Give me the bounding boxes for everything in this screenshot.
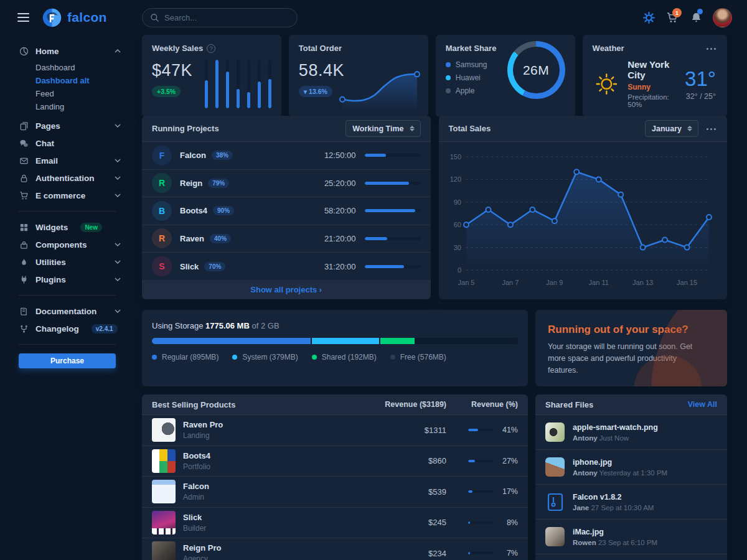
show-all-projects-link[interactable]: Show all projects › bbox=[142, 280, 431, 299]
topbar-actions: 1 bbox=[642, 8, 747, 27]
cart-badge: 1 bbox=[672, 8, 682, 17]
file-name[interactable]: iMac.jpg bbox=[573, 528, 657, 536]
weather-city: New York City bbox=[627, 59, 676, 80]
market-share-total: 26M bbox=[507, 41, 565, 99]
notifications-bell-icon[interactable] bbox=[689, 11, 703, 24]
working-time-select[interactable]: Working Time bbox=[345, 120, 420, 137]
search-input[interactable] bbox=[164, 13, 289, 22]
chart-pie-icon bbox=[19, 47, 29, 56]
weather-card: Weather New York City bbox=[583, 35, 727, 117]
chevron-down-icon bbox=[115, 124, 121, 128]
project-time: 31:20:00 bbox=[324, 262, 356, 271]
chevron-down-icon bbox=[115, 278, 121, 281]
sidebar-item-ecommerce[interactable]: E commerce bbox=[0, 187, 134, 204]
search-bar[interactable] bbox=[142, 8, 298, 27]
sidebar-item-documentation[interactable]: Documentation bbox=[0, 302, 134, 320]
ellipsis-menu-icon[interactable] bbox=[706, 124, 717, 133]
sidebar-item-home[interactable]: Home bbox=[0, 42, 134, 60]
shared-file-row: iMac.jpg Rowen 23 Sep at 6:10 PM bbox=[535, 520, 727, 554]
svg-text:0: 0 bbox=[457, 266, 461, 274]
sidebar-item-changelog[interactable]: Changelog v2.4.1 bbox=[0, 320, 134, 337]
project-avatar: F bbox=[152, 146, 172, 166]
legend-dot bbox=[446, 62, 451, 67]
project-progress-bar bbox=[365, 237, 421, 240]
product-name[interactable]: Reign Pro bbox=[183, 543, 221, 553]
info-icon[interactable]: ? bbox=[207, 44, 215, 53]
sidebar-item-pages[interactable]: Pages bbox=[0, 117, 134, 134]
chevron-up-icon bbox=[115, 49, 121, 53]
storage-legend: Regular (895MB) System (379MB) Shared (1… bbox=[152, 353, 518, 362]
code-branch-icon bbox=[19, 324, 29, 334]
sidebar-item-authentication[interactable]: Authentication bbox=[0, 169, 134, 187]
product-revenue: $234 bbox=[365, 549, 446, 558]
product-progress-bar bbox=[468, 552, 493, 554]
sidebar-item-components[interactable]: Components bbox=[0, 236, 134, 253]
product-name[interactable]: Raven Pro bbox=[183, 420, 223, 429]
upgrade-storage-link[interactable]: Upgrade storage › bbox=[548, 386, 617, 386]
total-sales-card: Total Sales January 0306090120150Jan 5Ja… bbox=[439, 116, 728, 299]
main-content: Weekly Sales ? $47K +3.5% Total Order 58… bbox=[134, 35, 747, 560]
file-time: Just Now bbox=[599, 434, 629, 442]
file-name[interactable]: iphone.jpg bbox=[573, 458, 667, 467]
sidebar-item-feed[interactable]: Feed bbox=[0, 87, 134, 100]
user-avatar[interactable] bbox=[713, 8, 732, 27]
cart-icon[interactable]: 1 bbox=[665, 11, 679, 24]
stat-cards-row: Weekly Sales ? $47K +3.5% Total Order 58… bbox=[142, 35, 727, 105]
sidebar-item-plugins[interactable]: Plugins bbox=[0, 271, 134, 288]
svg-text:30: 30 bbox=[453, 244, 461, 251]
file-name[interactable]: apple-smart-watch.png bbox=[573, 423, 658, 432]
storage-title: Using Storage 1775.06 MB of 2 GB bbox=[152, 321, 518, 330]
project-progress-bar bbox=[365, 154, 421, 157]
home-submenu: Dashboard Dashboard alt Feed Landing bbox=[0, 60, 134, 117]
sidebar-divider bbox=[19, 344, 116, 345]
product-name[interactable]: Falcon bbox=[183, 482, 209, 491]
view-all-link[interactable]: View All bbox=[688, 400, 717, 409]
falcon-dashboard: falcon 1 bbox=[0, 0, 747, 560]
project-name[interactable]: Boots4 bbox=[180, 206, 207, 215]
product-category: Agency bbox=[183, 554, 221, 560]
sidebar-item-dashboard[interactable]: Dashboard bbox=[0, 61, 134, 74]
legend-label-free: Free (576MB) bbox=[400, 353, 446, 362]
weekly-sales-badge: +3.5% bbox=[152, 86, 181, 97]
sidebar-item-dashboard-alt[interactable]: Dashboard alt bbox=[0, 74, 134, 87]
product-name[interactable]: Boots4 bbox=[183, 451, 210, 460]
chevron-down-icon bbox=[115, 194, 121, 197]
project-name[interactable]: Raven bbox=[180, 234, 204, 243]
weekly-sales-title: Weekly Sales bbox=[152, 44, 203, 53]
weather-title: Weather bbox=[593, 44, 624, 53]
pages-icon bbox=[19, 121, 29, 131]
chevron-down-icon bbox=[115, 260, 121, 264]
project-name[interactable]: Falcon bbox=[180, 151, 206, 160]
product-percent: 17% bbox=[499, 487, 518, 496]
sidebar-item-chat[interactable]: Chat bbox=[0, 134, 134, 152]
falcon-logo[interactable]: falcon bbox=[42, 7, 107, 28]
file-time: 23 Sep at 6:10 PM bbox=[598, 539, 657, 546]
settings-gear-icon[interactable] bbox=[642, 11, 655, 24]
product-category: Builder bbox=[183, 524, 206, 533]
project-avatar: R bbox=[152, 173, 172, 193]
ellipsis-menu-icon[interactable] bbox=[706, 44, 717, 53]
hamburger-menu-icon[interactable] bbox=[17, 11, 29, 24]
file-name[interactable]: Falcon v1.8.2 bbox=[573, 493, 654, 502]
weather-range: 32° / 25° bbox=[685, 92, 716, 101]
weekly-sales-bar-chart bbox=[205, 60, 271, 108]
sidebar-item-widgets[interactable]: Widgets New bbox=[0, 218, 134, 236]
chevron-down-icon bbox=[115, 243, 121, 246]
charts-row: Running Projects Working Time F Falcon 3… bbox=[142, 116, 727, 299]
svg-text:Jan 9: Jan 9 bbox=[546, 279, 563, 286]
brand-area: falcon bbox=[0, 7, 134, 28]
weather-temp: 31° bbox=[685, 67, 716, 91]
project-name[interactable]: Slick bbox=[180, 262, 199, 271]
project-name[interactable]: Reign bbox=[180, 179, 202, 188]
sidebar-item-landing[interactable]: Landing bbox=[0, 100, 134, 113]
project-time: 25:20:00 bbox=[324, 179, 356, 188]
sidebar-item-email[interactable]: Email bbox=[0, 152, 134, 169]
product-percent: 8% bbox=[499, 518, 518, 527]
file-user: Rowen bbox=[573, 539, 596, 546]
project-avatar: S bbox=[152, 256, 172, 276]
sidebar-item-utilities[interactable]: Utilities bbox=[0, 253, 134, 271]
legend-dot bbox=[152, 355, 157, 360]
product-name[interactable]: Slick bbox=[183, 513, 206, 522]
purchase-button[interactable]: Purchase bbox=[19, 353, 116, 368]
month-select[interactable]: January bbox=[645, 120, 698, 137]
